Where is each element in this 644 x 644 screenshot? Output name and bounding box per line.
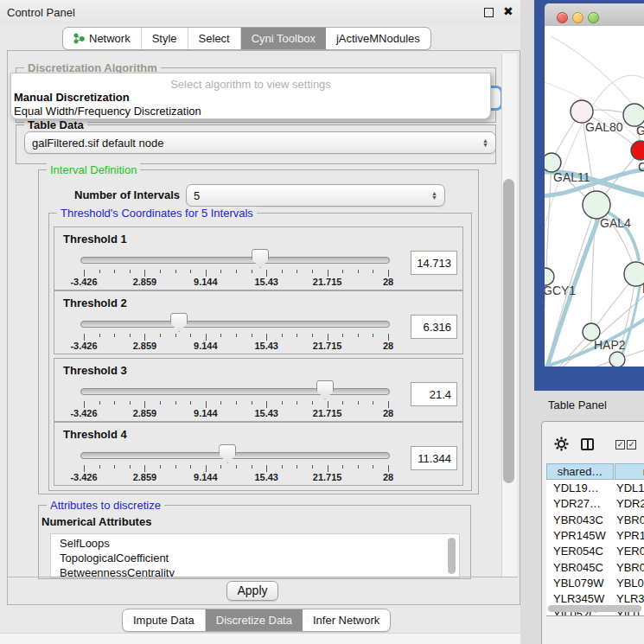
cell-shared-name: YBR045C bbox=[553, 561, 603, 574]
table-row[interactable]: YBR043CYBR0 bbox=[546, 513, 644, 529]
menu-item-equal-width-frequency[interactable]: Equal Width/Frequency Discretization bbox=[14, 105, 201, 118]
attribute-list-item[interactable]: SelfLoops bbox=[60, 537, 110, 550]
tab-discretize-data[interactable]: Discretize Data bbox=[206, 609, 303, 631]
tab-impute-data[interactable]: Impute Data bbox=[123, 609, 206, 631]
close-icon[interactable]: ✖ bbox=[503, 4, 513, 18]
slider-tick bbox=[296, 334, 297, 337]
table-row[interactable]: YER054CYER0 bbox=[546, 545, 644, 560]
slider-tick bbox=[114, 465, 115, 469]
slider-track[interactable] bbox=[80, 388, 390, 395]
table-header-name[interactable]: na bbox=[615, 463, 644, 480]
slider-tick bbox=[130, 465, 131, 469]
minimize-traffic-light-icon[interactable] bbox=[572, 12, 583, 23]
slider-tick bbox=[252, 401, 252, 405]
interval-definition-label: Interval Definition bbox=[47, 163, 140, 176]
slider-tick-label: 21.715 bbox=[313, 472, 342, 482]
network-window-titlebar[interactable] bbox=[545, 3, 644, 27]
slider-tick bbox=[130, 270, 131, 273]
threshold-value-field[interactable]: 11.344 bbox=[411, 446, 457, 470]
panel-scrollbar-thumb[interactable] bbox=[503, 179, 514, 483]
zoom-traffic-light-icon[interactable] bbox=[588, 12, 599, 23]
number-of-intervals-label: Number of Intervals bbox=[74, 188, 180, 201]
apply-button[interactable]: Apply bbox=[226, 581, 278, 601]
slider-tick bbox=[236, 270, 237, 273]
tab-style[interactable]: Style bbox=[142, 28, 188, 49]
slider-tick-label: -3.426 bbox=[70, 408, 97, 418]
slider-tick bbox=[99, 465, 100, 469]
cell-shared-name: YBR043C bbox=[553, 513, 603, 526]
slider-tick bbox=[312, 401, 313, 405]
tab-jactivemnodules[interactable]: jActiveMNodules bbox=[326, 28, 430, 49]
list-scrollbar[interactable] bbox=[448, 538, 456, 574]
slider-track[interactable] bbox=[80, 321, 390, 328]
slider-tick bbox=[220, 401, 221, 405]
attributes-group-label: Attributes to discretize bbox=[47, 499, 164, 512]
network-node[interactable] bbox=[583, 191, 610, 219]
attribute-list-item[interactable]: TopologicalCoefficient bbox=[60, 552, 169, 564]
tab-label: Discretize Data bbox=[216, 614, 292, 627]
slider-tick bbox=[84, 270, 85, 277]
table-row[interactable]: YBR045CYBR0 bbox=[546, 561, 644, 577]
algorithm-dropdown-popup: Select algorithm to view settings Manual… bbox=[10, 73, 491, 119]
slider-thumb[interactable] bbox=[219, 444, 236, 463]
threshold-value-field[interactable]: 14.713 bbox=[411, 251, 457, 275]
slider-thumb[interactable] bbox=[252, 249, 269, 268]
slider-tick bbox=[373, 465, 373, 469]
number-of-intervals-combobox[interactable]: 5 ▲▼ bbox=[186, 184, 445, 207]
control-panel-header bbox=[0, 0, 529, 24]
table-horizontal-scrollbar[interactable] bbox=[548, 605, 641, 612]
node-table[interactable]: YDL19…YDL1YDR27…YDR2YBR043CYBR0YPR145WYP… bbox=[546, 480, 644, 615]
slider-thumb[interactable] bbox=[170, 313, 188, 332]
network-canvas[interactable]: GAL80GCGAL11GAL4GCY1HHAP2 bbox=[545, 26, 644, 367]
slider-tick bbox=[130, 334, 131, 337]
slider-tick bbox=[144, 334, 145, 341]
numerical-attributes-list[interactable]: SelfLoopsTopologicalCoefficientBetweenne… bbox=[50, 533, 460, 578]
table-header-shared-name[interactable]: shared… bbox=[546, 463, 614, 480]
threshold-value-field[interactable]: 21.4 bbox=[411, 382, 457, 406]
network-node[interactable] bbox=[624, 262, 644, 286]
network-node[interactable] bbox=[609, 352, 625, 367]
tab-cyni-toolbox[interactable]: Cyni Toolbox bbox=[241, 28, 326, 49]
slider-thumb[interactable] bbox=[316, 380, 334, 399]
slider-tick bbox=[312, 270, 313, 273]
checkbox-icon[interactable]: ✓ bbox=[615, 440, 625, 450]
tab-label: Style bbox=[152, 32, 177, 45]
threshold-panel-3: Threshold 3-3.4262.8599.14415.4321.71528… bbox=[54, 358, 463, 422]
network-node[interactable] bbox=[545, 268, 554, 285]
slider-tick bbox=[190, 401, 191, 405]
slider-tick bbox=[328, 401, 328, 408]
cell-shared-name: YDL19… bbox=[553, 481, 599, 494]
slider-tick-label: 28 bbox=[383, 472, 393, 482]
network-node[interactable] bbox=[631, 141, 644, 160]
table-row[interactable]: YPR145WYPR1 bbox=[546, 529, 644, 545]
tab-label: Network bbox=[89, 32, 131, 45]
close-traffic-light-icon[interactable] bbox=[557, 12, 568, 23]
network-node[interactable] bbox=[545, 153, 561, 172]
menu-item-manual-discretization[interactable]: Manual Discretization bbox=[14, 91, 130, 104]
slider-tick-label: 9.144 bbox=[194, 472, 218, 482]
float-window-icon[interactable] bbox=[484, 8, 494, 17]
slider-tick bbox=[206, 465, 207, 472]
slider-tick bbox=[84, 465, 85, 472]
gear-icon[interactable] bbox=[554, 437, 569, 451]
column-browser-icon[interactable] bbox=[581, 438, 594, 450]
table-row[interactable]: YDL19…YDL1 bbox=[546, 481, 644, 497]
slider-tick bbox=[84, 401, 85, 408]
cell-name: YDL1 bbox=[616, 481, 644, 494]
checkbox-icon[interactable]: ✓ bbox=[627, 440, 636, 450]
slider-tick bbox=[206, 401, 207, 408]
tab-network[interactable]: Network bbox=[63, 28, 142, 49]
slider-tick bbox=[312, 465, 313, 469]
slider-tick bbox=[358, 401, 359, 405]
threshold-value-field[interactable]: 6.316 bbox=[411, 315, 457, 339]
slider-tick bbox=[220, 334, 221, 337]
tab-select[interactable]: Select bbox=[188, 28, 241, 49]
table-row[interactable]: YDR27…YDR2 bbox=[546, 497, 644, 513]
threshold-label: Threshold 2 bbox=[63, 296, 127, 309]
slider-tick bbox=[266, 334, 267, 341]
table-data-combobox[interactable]: galFiltered.sif default node ▲▼ bbox=[24, 131, 496, 154]
slider-track[interactable] bbox=[80, 257, 390, 264]
table-data-label: Table Data bbox=[24, 118, 87, 131]
tab-infer-network[interactable]: Infer Network bbox=[303, 609, 390, 631]
table-row[interactable]: YBL079WYBL0 bbox=[546, 577, 644, 592]
